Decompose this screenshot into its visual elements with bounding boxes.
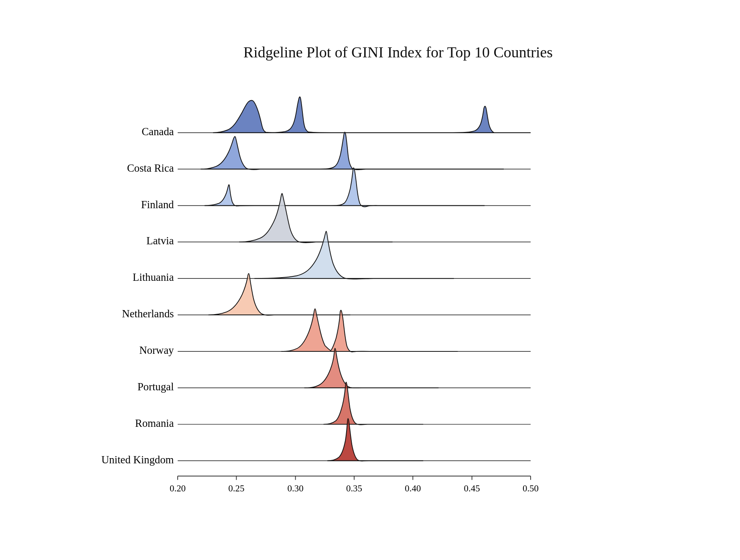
x-tick-5: 0.45 — [464, 483, 480, 493]
plot-area: Canada Costa Rica Finland Latvia Lithuan… — [178, 77, 619, 518]
portugal-ridge — [304, 348, 438, 388]
x-tick-6: 0.50 — [522, 483, 538, 493]
label-uk: United Kingdom — [101, 454, 174, 466]
canada-ridge — [213, 97, 531, 132]
chart-container: Ridgeline Plot of GINI Index for Top 10 … — [89, 19, 651, 541]
label-canada: Canada — [142, 126, 174, 138]
label-finland: Finland — [141, 199, 174, 211]
costa-rica-ridge — [201, 132, 504, 170]
romania-ridge — [323, 382, 423, 424]
x-tick-4: 0.40 — [405, 483, 421, 493]
x-tick-1: 0.25 — [228, 483, 244, 493]
label-romania: Romania — [135, 417, 174, 429]
uk-ridge — [327, 418, 423, 461]
latvia-ridge — [239, 193, 393, 243]
label-netherlands: Netherlands — [122, 308, 174, 320]
finland-ridge — [204, 168, 484, 207]
ridgeline-svg: Canada Costa Rica Finland Latvia Lithuan… — [178, 77, 619, 518]
label-lithuania: Lithuania — [132, 271, 174, 283]
label-latvia: Latvia — [146, 235, 174, 247]
label-portugal: Portugal — [137, 381, 174, 393]
chart-title: Ridgeline Plot of GINI Index for Top 10 … — [178, 43, 619, 61]
x-tick-3: 0.35 — [346, 483, 362, 493]
x-tick-0: 0.20 — [169, 483, 185, 493]
netherlands-ridge — [208, 274, 350, 315]
label-norway: Norway — [139, 344, 174, 356]
label-costa-rica: Costa Rica — [127, 162, 174, 174]
x-tick-2: 0.30 — [287, 483, 303, 493]
